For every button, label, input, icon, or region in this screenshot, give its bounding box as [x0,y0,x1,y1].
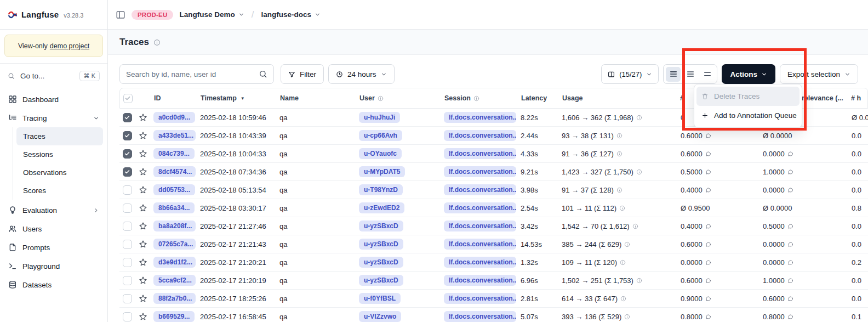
table-row[interactable]: d3e9d1f2...2025-02-17 21:20:21qau-yzSBxc… [119,253,868,272]
bookmark-star-icon[interactable] [139,240,147,248]
column-header-relevance[interactable]: relevance (... [800,94,849,102]
trace-id-badge[interactable]: a0cd0d9... [153,112,195,123]
session-id-badge[interactable]: lf.docs.conversation... [444,239,516,250]
row-height-medium-toggle[interactable] [683,67,698,82]
trace-id-badge[interactable]: 5cca9cf2... [153,275,196,286]
bookmark-star-icon[interactable] [139,222,147,230]
table-row[interactable]: ba8a208f...2025-02-17 21:27:46qau-yzSBxc… [119,217,868,235]
user-id-badge[interactable]: u-MYpDAT5 [359,166,405,177]
session-id-badge[interactable]: lf.docs.conversation... [444,130,516,141]
menu-item-add-to-annotation-queue[interactable]: Add to Annotation Queue [696,106,800,125]
search-submit-button[interactable] [253,65,273,83]
row-checkbox[interactable] [123,167,132,177]
row-checkbox[interactable] [123,204,132,213]
sidebar-item-dashboard[interactable]: Dashboard [4,90,103,109]
bookmark-star-icon[interactable] [139,294,147,303]
trace-id-badge[interactable]: ba8a208f... [153,221,196,231]
row-height-tall-toggle[interactable] [700,67,715,82]
actions-button[interactable]: Actions [722,64,775,84]
bookmark-star-icon[interactable] [139,131,147,140]
session-id-badge[interactable]: lf.docs.conversation... [444,257,516,268]
user-id-badge[interactable]: u-yzSBxcD [359,257,403,268]
search-input[interactable] [120,70,253,78]
trace-id-badge[interactable]: a433de51... [153,130,196,141]
sidebar-item-tracing[interactable]: Tracing [4,109,103,127]
table-row[interactable]: b669529...2025-02-17 16:58:45qau-VIZzvwo… [119,308,868,322]
sidebar-toggle-icon[interactable] [116,10,125,20]
sidebar-item-users[interactable]: Users [4,219,103,238]
column-visibility-button[interactable]: (15/27) [601,64,659,84]
user-id-badge[interactable]: u-yzSBxcD [359,239,403,250]
table-row[interactable]: dd05753...2025-02-18 05:13:54qau-T98YnzD… [119,181,868,199]
user-id-badge[interactable]: u-f0YfBSL [359,293,401,304]
sidebar-item-sessions[interactable]: Sessions [16,145,103,163]
row-checkbox[interactable] [123,276,132,285]
sidebar-item-evaluation[interactable]: Evaluation [4,201,103,219]
column-header-timestamp[interactable]: Timestamp▼ [198,94,278,102]
row-checkbox[interactable] [123,113,132,122]
row-checkbox[interactable] [123,258,132,267]
table-row[interactable]: 8b66a34...2025-02-18 03:30:17qau-zEwdED2… [119,199,868,217]
column-header-latency[interactable]: Latency [519,94,560,102]
bookmark-star-icon[interactable] [139,276,147,285]
trace-id-badge[interactable]: 88f2a7b0... [153,293,196,304]
sidebar-item-traces[interactable]: Traces [16,127,103,145]
session-id-badge[interactable]: lf.docs.conversation... [444,293,516,304]
bookmark-star-icon[interactable] [139,312,147,321]
sidebar-item-observations[interactable]: Observations [16,163,103,182]
table-row[interactable]: 8dcf4574...2025-02-18 07:34:36qau-MYpDAT… [119,163,868,181]
trace-id-badge[interactable]: d3e9d1f2... [153,257,196,268]
column-header-id[interactable]: ID [152,94,198,102]
menu-item-delete-traces[interactable]: Delete Traces [696,87,800,106]
time-range-button[interactable]: 24 hours [328,64,395,84]
table-row[interactable]: a433de51...2025-02-18 10:43:39qau-cp66Av… [119,127,868,145]
row-checkbox[interactable] [123,294,132,303]
session-id-badge[interactable]: lf.docs.conversation... [444,221,516,231]
trace-id-badge[interactable]: 084c739... [153,148,195,159]
project-selector[interactable]: langfuse-docs [261,10,321,19]
sidebar-item-prompts[interactable]: Prompts [4,238,103,257]
bookmark-star-icon[interactable] [139,113,147,122]
session-id-badge[interactable]: lf.docs.conversation... [444,202,516,213]
session-id-badge[interactable]: lf.docs.conversation... [444,148,516,159]
sidebar-item-datasets[interactable]: Datasets [4,275,103,294]
sidebar-item-scores[interactable]: Scores [16,182,103,200]
row-checkbox[interactable] [123,312,132,321]
column-header-h[interactable]: # h [849,94,868,102]
trace-id-badge[interactable]: dd05753... [153,184,195,195]
trace-id-badge[interactable]: 8dcf4574... [153,166,196,177]
column-header-usage[interactable]: Usage [560,94,678,102]
user-id-badge[interactable]: u-huJhuJi [359,112,400,123]
org-selector[interactable]: Langfuse Demo [179,10,244,19]
filter-button[interactable]: Filter [281,64,324,84]
user-id-badge[interactable]: u-zEwdED2 [359,202,404,213]
bookmark-star-icon[interactable] [139,149,147,158]
session-id-badge[interactable]: lf.docs.conversation... [444,275,516,286]
row-checkbox[interactable] [123,185,132,195]
goto-search[interactable]: Go to... ⌘ K [0,64,107,88]
table-row[interactable]: 07265c7a...2025-02-17 21:21:43qau-yzSBxc… [119,235,868,253]
select-all-checkbox[interactable] [123,94,133,103]
column-header-session[interactable]: Session [442,94,519,102]
user-id-badge[interactable]: u-yzSBxcD [359,221,403,231]
row-checkbox[interactable] [123,149,132,159]
export-selection-button[interactable]: Export selection [780,64,858,84]
table-row[interactable]: 5cca9cf2...2025-02-17 21:20:19qau-yzSBxc… [119,272,868,290]
column-header-user[interactable]: User [357,94,442,102]
trace-id-badge[interactable]: 07265c7a... [153,239,196,250]
session-id-badge[interactable]: lf.docs.conversation... [444,112,516,123]
row-checkbox[interactable] [123,240,132,249]
session-id-badge[interactable]: lf.docs.conversation... [444,166,516,177]
session-id-badge[interactable]: lf.docs.conversation... [444,184,516,195]
user-id-badge[interactable]: u-VIZzvwo [359,311,401,322]
table-row[interactable]: 084c739...2025-02-18 10:04:33qau-OYauofc… [119,145,868,163]
row-height-compact-toggle[interactable] [666,67,681,82]
user-id-badge[interactable]: u-OYauofc [359,148,402,159]
demo-project-link[interactable]: demo project [50,42,89,50]
column-header-name[interactable]: Name [278,94,357,102]
table-row[interactable]: 88f2a7b0...2025-02-17 18:25:26qau-f0YfBS… [119,290,868,308]
session-id-badge[interactable]: lf.docs.conversation... [444,311,516,322]
trace-id-badge[interactable]: b669529... [153,311,195,322]
bookmark-star-icon[interactable] [139,258,147,267]
row-checkbox[interactable] [123,222,132,231]
